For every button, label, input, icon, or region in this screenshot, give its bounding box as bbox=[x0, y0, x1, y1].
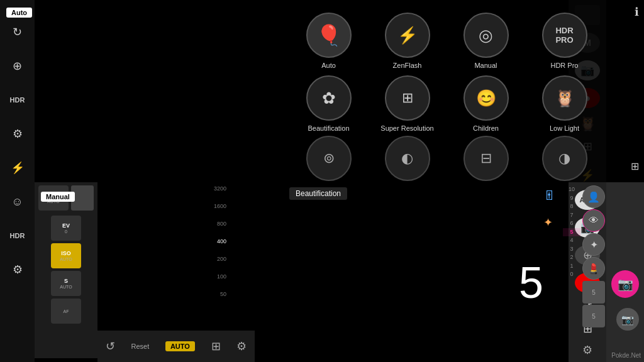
mode-item-auto[interactable]: 🎈 Auto bbox=[292, 13, 365, 69]
rotate-icon[interactable]: ↻ bbox=[6, 21, 29, 43]
auto-bottom-badge: AUTO bbox=[165, 341, 195, 351]
numeric-scale: 10 9 8 7 6 5 4 3 2 1 0 bbox=[562, 185, 581, 279]
mode-circle-sm-3: ⊟ bbox=[464, 136, 509, 181]
mode-item-r2-4[interactable]: ◑ bbox=[528, 136, 601, 181]
small-camera-btn[interactable]: 📷 bbox=[616, 308, 639, 331]
mode-label-children: Children bbox=[473, 124, 499, 132]
scale-100: 100 bbox=[214, 273, 226, 280]
reset-label: Reset bbox=[131, 343, 149, 350]
scale-2: 2 bbox=[570, 253, 573, 262]
scale-3: 3 bbox=[570, 245, 573, 254]
mode-item-children[interactable]: 😊 Children bbox=[450, 75, 522, 132]
af-button[interactable]: AF bbox=[51, 299, 81, 324]
mode-label-zenflash: ZenFlash bbox=[393, 62, 422, 69]
mode-item-r2-2[interactable]: ◐ bbox=[371, 136, 443, 181]
hdr2-icon[interactable]: HDR bbox=[6, 224, 29, 247]
settings2-icon[interactable]: ⚙ bbox=[6, 258, 29, 281]
mode-circle-lowlight: 🦉 bbox=[542, 75, 587, 121]
hdr-icon[interactable]: HDR bbox=[6, 89, 29, 111]
scale-0: 0 bbox=[570, 270, 573, 279]
mode-label-auto: Auto bbox=[321, 62, 336, 69]
mode-circle-children: 😊 bbox=[464, 75, 509, 121]
mode-circle-sm-1: ⊚ bbox=[306, 136, 352, 181]
scale-800: 800 bbox=[214, 221, 226, 227]
shutter-button[interactable]: SAUTO bbox=[51, 271, 81, 296]
scale-6: 6 bbox=[570, 219, 573, 228]
thumb-item-2[interactable]: 👁 bbox=[582, 209, 605, 232]
watermark: Pokde.Net bbox=[611, 352, 641, 359]
bottom-bar: ↺ Reset AUTO ⊞ ⚙ bbox=[97, 331, 255, 362]
thumb-item-3[interactable]: ✦ bbox=[582, 233, 605, 256]
mode-circle-hdrpro: HDRPRO bbox=[542, 13, 587, 58]
mode-strip: WBAUTO EV0 ISOAUTO SAUTO AF bbox=[35, 182, 97, 358]
scale-8: 8 bbox=[570, 202, 573, 211]
big-number: 5 bbox=[519, 258, 543, 308]
beauty-icon[interactable]: ☺ bbox=[6, 190, 29, 213]
scale-5: 5 bbox=[563, 228, 580, 237]
mode-circle-sm-4: ◑ bbox=[542, 136, 587, 181]
mode-label-beautification: Beautification bbox=[308, 124, 349, 132]
grid-icon-top-right[interactable]: ⊞ bbox=[631, 160, 639, 172]
scale-1600: 1600 bbox=[214, 203, 226, 209]
modes-overlay: 🎈 Auto ⚡ ZenFlash ◎ Manual HDRPRO HDR Pr… bbox=[283, 0, 610, 182]
thumb-list: 👤 👁 ✦ 💄 5 5 bbox=[581, 185, 606, 361]
scale-9: 9 bbox=[570, 194, 573, 203]
modes-grid: 🎈 Auto ⚡ ZenFlash ◎ Manual HDRPRO HDR Pr… bbox=[292, 13, 601, 132]
scale-200: 200 bbox=[214, 256, 226, 262]
mode-label-lowlight: Low Light bbox=[550, 124, 579, 132]
num-badge-5: 5 bbox=[582, 281, 605, 304]
mode-item-zenflash[interactable]: ⚡ ZenFlash bbox=[371, 13, 443, 69]
manual-badge: Manual bbox=[41, 192, 75, 202]
mode-circle-sm-2: ◐ bbox=[385, 136, 430, 181]
mode-item-r2-1[interactable]: ⊚ bbox=[292, 136, 365, 181]
flash-icon[interactable]: ⚡ bbox=[6, 156, 29, 179]
mode-circle-beautification: ✿ bbox=[306, 75, 352, 121]
auto-badge: Auto bbox=[6, 8, 32, 18]
mode-label-hdrpro: HDR Pro bbox=[550, 62, 578, 69]
scale-50: 50 bbox=[214, 291, 226, 297]
modes-row2: ⊚ ◐ ⊟ ◑ bbox=[292, 136, 601, 181]
mode-item-superres[interactable]: ⊞ Super Resolution bbox=[371, 75, 443, 132]
mode-item-hdrpro[interactable]: HDRPRO HDR Pro bbox=[528, 13, 601, 69]
adjustment-icons: 🎚 ✦ bbox=[543, 189, 556, 229]
mode-item-r2-3[interactable]: ⊟ bbox=[450, 136, 522, 181]
mode-circle-manual: ◎ bbox=[464, 13, 509, 58]
left-sidebar: Auto ↻ ⊕ HDR ⚙ ⚡ ☺ HDR ⚙ bbox=[0, 0, 35, 362]
scale-10: 10 bbox=[569, 185, 575, 194]
grid-icon-bottom[interactable]: ⊞ bbox=[211, 339, 221, 353]
thumb-item-4[interactable]: 💄 bbox=[582, 257, 605, 280]
info-icon[interactable]: ℹ bbox=[635, 5, 639, 19]
mode-circle-zenflash: ⚡ bbox=[385, 13, 430, 58]
mode-label-manual: Manual bbox=[474, 62, 497, 69]
settings-icon[interactable]: ⚙ bbox=[6, 123, 29, 145]
camera-switch-icon[interactable]: ⊕ bbox=[6, 55, 29, 77]
scale-1: 1 bbox=[570, 262, 573, 271]
iso-button[interactable]: ISOAUTO bbox=[51, 243, 81, 268]
bottom-refresh-icon[interactable]: ↺ bbox=[106, 339, 115, 353]
mode-label-superres: Super Resolution bbox=[380, 124, 433, 132]
ev-button[interactable]: EV0 bbox=[51, 216, 81, 241]
mode-circle-superres: ⊞ bbox=[385, 75, 430, 121]
beautification-label: Beautification bbox=[289, 187, 347, 200]
brightness-icon[interactable]: ✦ bbox=[543, 216, 556, 229]
mode-circle-auto: 🎈 bbox=[306, 13, 352, 58]
scale-7: 7 bbox=[570, 211, 573, 220]
mode-item-lowlight[interactable]: 🦉 Low Light bbox=[528, 75, 601, 132]
settings-bottom-icon[interactable]: ⚙ bbox=[236, 339, 247, 353]
scale-400: 400 bbox=[214, 238, 226, 244]
camera-btn-pink[interactable]: 📷 bbox=[611, 270, 639, 298]
iso-scale: 3200 1600 800 400 200 100 50 bbox=[214, 185, 226, 297]
mode-item-manual[interactable]: ◎ Manual bbox=[450, 13, 522, 69]
scale-3200: 3200 bbox=[214, 185, 226, 192]
scale-4: 4 bbox=[570, 236, 573, 245]
mode-item-beautification[interactable]: ✿ Beautification bbox=[292, 75, 365, 132]
sliders-icon[interactable]: 🎚 bbox=[543, 189, 556, 203]
thumb-item-1[interactable]: 👤 bbox=[582, 185, 605, 208]
num-badge-5b: 5 bbox=[582, 305, 605, 327]
